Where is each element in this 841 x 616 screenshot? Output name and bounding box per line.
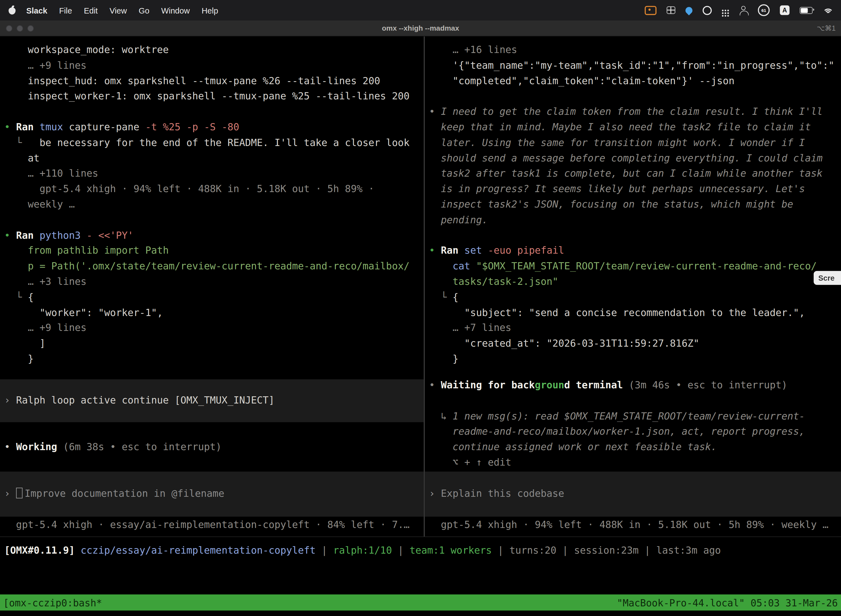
text-segment: •	[429, 106, 441, 117]
text-segment: inspect_hud: omx sparkshell --tmux-pane …	[4, 75, 380, 86]
menu-item-help[interactable]: Help	[196, 6, 224, 15]
inject-line: › Ralph loop active continue [OMX_TMUX_I…	[0, 393, 424, 408]
pane-worker[interactable]: workspace_mode: worktree … +9 lines insp…	[0, 37, 424, 537]
window-title: omx --xhigh --madmax	[0, 24, 841, 32]
terminal-line: • Working (6m 38s • esc to interrupt)	[0, 439, 424, 455]
menu-item-slack[interactable]: Slack	[21, 6, 53, 15]
terminal-line: from pathlib import Path	[0, 243, 424, 259]
terminal-line: continue assigned work or next feasible …	[425, 439, 841, 455]
prompt-input[interactable]: › Explain this codebase	[425, 471, 841, 516]
menu-item-file[interactable]: File	[53, 6, 78, 15]
terminal-line: └ be necessary for the end of the README…	[0, 135, 424, 150]
leader-output: … +16 lines '{"team_name":"my-team","tas…	[425, 43, 841, 367]
grid-app-icon[interactable]	[667, 6, 675, 14]
text-segment: Waiting for back	[441, 379, 535, 390]
text-segment: •	[4, 229, 16, 241]
screen-tooltip[interactable]: Scre	[813, 271, 841, 285]
text-segment: {	[453, 291, 458, 302]
text-segment: (3m 46s • esc to interrupt)	[629, 379, 787, 390]
person-icon[interactable]	[741, 6, 746, 10]
text-segment: gpt-5.4 xhigh · 94% left · 488K in · 5.1…	[429, 519, 828, 530]
dots-grid-icon[interactable]	[722, 9, 724, 11]
terminal-line: … +9 lines	[0, 58, 424, 73]
terminal-line: gpt-5.4 xhigh · essay/ai-reimplementatio…	[0, 517, 424, 532]
terminal-line: › Explain this codebase	[425, 486, 841, 502]
terminal-line: "subject": "send a concise recommendatio…	[425, 305, 841, 320]
terminal-line: • Ran python3 - <<'PY'	[0, 228, 424, 243]
pane-leader[interactable]: … +16 lines '{"team_name":"my-team","tas…	[425, 37, 841, 537]
minimize-button[interactable]	[16, 25, 23, 31]
terminal-line: later. Using the same for transition mig…	[425, 135, 841, 150]
battery-icon[interactable]	[800, 7, 813, 13]
text-segment: └	[4, 136, 40, 148]
terminal-line: tasks/task-2.json"	[425, 274, 841, 289]
terminal-line: • I need to get the claim token from the…	[425, 104, 841, 119]
terminal-line: p = Path('.omx/state/team/review-current…	[0, 259, 424, 274]
text-segment: "created_at": "2026-03-31T11:59:27.816Z"	[429, 337, 699, 349]
screen-recording-icon[interactable]	[645, 6, 657, 15]
window-title-bar[interactable]: omx --xhigh --madmax ⌥⌘1	[0, 21, 841, 37]
prompt-input[interactable]: › Improve documentation in @filename	[0, 471, 424, 516]
wifi-icon[interactable]	[823, 6, 834, 14]
terminal-line: • Waiting for background terminal (3m 46…	[425, 378, 841, 393]
terminal-window: workspace_mode: worktree … +9 lines insp…	[0, 37, 841, 537]
apple-menu-icon[interactable]	[7, 5, 16, 15]
text-segment: ralph:1/10	[333, 544, 392, 556]
window-controls	[0, 25, 34, 31]
menu-item-go[interactable]: Go	[133, 6, 155, 15]
text-segment: |	[392, 544, 409, 556]
mailbox-notice: ↳ 1 new msg(s): read $OMX_TEAM_STATE_ROO…	[425, 408, 841, 470]
text-segment: inspect_worker-1: omx sparkshell --tmux-…	[4, 90, 410, 101]
text-segment: python3	[40, 229, 86, 241]
terminal-line: is in progress? It seems likely but perh…	[425, 181, 841, 197]
terminal-line: └ {	[425, 289, 841, 305]
terminal-line: ⌥ + ↑ edit	[425, 455, 841, 470]
ghost-app-icon[interactable]	[703, 6, 712, 15]
menu-bar-status-items: 61 A	[645, 4, 834, 16]
text-segment: session:23m	[574, 544, 639, 556]
text-segment: p = Path('.omx/state/team/review-current…	[4, 260, 410, 271]
waiting-status: • Waiting for background terminal (3m 46…	[425, 378, 841, 393]
text-segment: should send a message before completing …	[429, 152, 822, 163]
text-segment: gpt-5.4 xhigh · essay/ai-reimplementatio…	[4, 519, 410, 530]
zoom-button[interactable]	[27, 25, 34, 31]
tmux-session-label: [omx-cczip0:bash*	[3, 597, 102, 608]
text-segment: later. Using the same for transition mig…	[429, 136, 805, 148]
text-segment: gpt-5.4 xhigh · 94% left · 488K in · 5.1…	[4, 183, 374, 194]
text-segment: }	[4, 353, 34, 364]
text-segment: 1 new msg(s): read $OMX_TEAM_STATE_ROOT/…	[453, 410, 805, 421]
text-segment: cat	[429, 260, 476, 271]
terminal-line: … +16 lines	[425, 43, 841, 58]
text-segment: pending.	[429, 214, 488, 225]
close-button[interactable]	[6, 25, 12, 31]
text-segment: "$OMX_TEAM_STATE_ROOT/team/review-curren…	[476, 260, 817, 271]
menu-item-edit[interactable]: Edit	[78, 6, 104, 15]
terminal-line: › Improve documentation in @filename	[0, 486, 424, 502]
text-segment: -t %25 -p -S -80	[145, 121, 239, 132]
menu-item-view[interactable]: View	[104, 6, 133, 15]
text-segment: •	[4, 441, 16, 452]
battery-gauge-icon[interactable]: 61	[758, 4, 770, 16]
text-segment: ]	[4, 337, 45, 349]
text-segment: … +3 lines	[4, 276, 86, 287]
terminal-line: … +110 lines	[0, 166, 424, 181]
text-segment: |	[316, 544, 333, 556]
text-segment: |	[492, 544, 509, 556]
terminal-line: • Ran tmux capture-pane -t %25 -p -S -80	[0, 119, 424, 135]
menu-item-window[interactable]: Window	[155, 6, 196, 15]
drop-app-icon[interactable]	[684, 5, 694, 15]
terminal-line: "completed","claim_token":"claim-token"}…	[425, 73, 841, 89]
text-segment: Improve documentation in @filename	[25, 488, 224, 499]
terminal-line	[0, 104, 424, 119]
text-segment: team:1 workers	[409, 544, 492, 556]
terminal-line	[425, 89, 841, 104]
text-segment: Ran	[16, 229, 40, 241]
input-source-icon[interactable]: A	[780, 5, 790, 15]
text-segment: workspace_mode: worktree	[4, 44, 169, 55]
text-segment: set	[464, 245, 488, 256]
worker-output: workspace_mode: worktree … +9 lines insp…	[0, 43, 424, 367]
spacer	[425, 367, 841, 378]
menu-bar-left: Slack File Edit View Go Window Help	[7, 5, 224, 15]
terminal-line: ↳ 1 new msg(s): read $OMX_TEAM_STATE_ROO…	[425, 408, 841, 424]
prompt-placeholder: › Explain this codebase	[425, 486, 841, 502]
